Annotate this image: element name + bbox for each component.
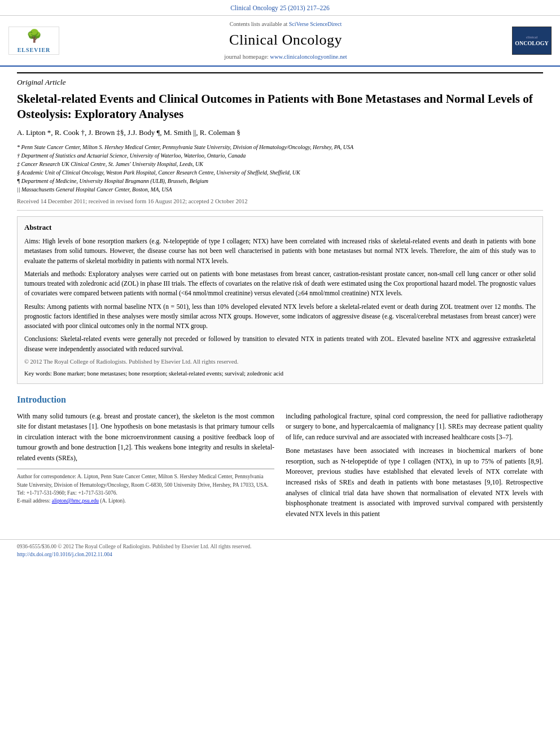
journal-ref-text: Clinical Oncology 25 (2013) 217–226	[230, 5, 330, 11]
intro-right-para-1: including pathological fracture, spinal …	[286, 411, 543, 443]
authors-text: A. Lipton *, R. Cook †, J. Brown ‡§, J.J…	[17, 128, 240, 137]
elsevier-tree-icon: 🌳	[27, 27, 42, 45]
affiliation-3: ‡ Cancer Research UK Clinical Centre, St…	[17, 160, 543, 168]
co-logo-top: clinical	[526, 34, 538, 40]
journal-title: Clinical Oncology	[68, 29, 504, 51]
intro-left-col: With many solid tumours (e.g. breast and…	[17, 411, 274, 523]
homepage-url[interactable]: www.clinicaloncologyonline.net	[270, 54, 347, 60]
elsevier-logo-block: 🌳 ELSEVIER	[6, 27, 62, 55]
article-type-label: Original Article	[17, 72, 543, 88]
affiliation-6: || Massachusetts General Hospital Cancer…	[17, 185, 543, 194]
footer-doi-link[interactable]: http://dx.doi.org/10.1016/j.clon.2012.11…	[17, 552, 112, 557]
introduction-section: Introduction With many solid tumours (e.…	[17, 393, 543, 522]
abstract-methods: Materials and methods: Exploratory analy…	[24, 269, 536, 299]
affiliation-2: † Department of Statistics and Actuarial…	[17, 151, 543, 160]
co-logo-main: ONCOLOGY	[515, 40, 548, 47]
abstract-copyright: © 2012 The Royal College of Radiologists…	[24, 357, 536, 366]
authors-line: A. Lipton *, R. Cook †, J. Brown ‡§, J.J…	[17, 128, 543, 138]
journal-homepage-line: journal homepage: www.clinicaloncologyon…	[68, 53, 504, 61]
sciverse-line: Contents lists available at SciVerse Sci…	[68, 20, 504, 29]
intro-left-para-1: With many solid tumours (e.g. breast and…	[17, 411, 274, 464]
abstract-aims: Aims: High levels of bone resorption mar…	[24, 237, 536, 266]
elsevier-logo: 🌳 ELSEVIER	[8, 27, 59, 55]
article-title: Skeletal-related Events and Clinical Out…	[17, 91, 543, 123]
intro-right-text: including pathological fracture, spinal …	[286, 411, 543, 519]
main-content: Original Article Skeletal-related Events…	[0, 67, 560, 534]
affiliations-block: * Penn State Cancer Center, Milton S. He…	[17, 143, 543, 194]
elsevier-brand-text: ELSEVIER	[18, 46, 51, 55]
co-logo: clinical ONCOLOGY	[512, 27, 552, 55]
affiliation-4: § Academic Unit of Clinical Oncology, We…	[17, 168, 543, 177]
intro-left-text: With many solid tumours (e.g. breast and…	[17, 411, 274, 464]
abstract-section: Abstract Aims: High levels of bone resor…	[17, 216, 543, 384]
abstract-body: Aims: High levels of bone resorption mar…	[24, 237, 536, 354]
author-email-link[interactable]: alipton@hmc.psu.edu	[52, 498, 99, 504]
journal-header: 🌳 ELSEVIER Contents lists available at S…	[0, 16, 560, 67]
footnote-block: Author for correspondence: A. Lipton, Pe…	[17, 469, 274, 505]
footnote-email: E-mail address: alipton@hmc.psu.edu (A. …	[17, 497, 274, 505]
journal-center-block: Contents lists available at SciVerse Sci…	[68, 20, 504, 61]
footnote-email-suffix: (A. Lipton).	[100, 498, 126, 504]
sciverse-link[interactable]: SciVerse ScienceDirect	[289, 21, 342, 27]
footer-issn: 0936-6555/$36.00 © 2012 The Royal Colleg…	[17, 544, 252, 549]
keywords-line: Key words: Bone marker; bone metastases;…	[24, 369, 536, 378]
affiliation-5: ¶ Department of Medicine, University Hos…	[17, 177, 543, 185]
abstract-title: Abstract	[24, 222, 536, 233]
page-footer: 0936-6555/$36.00 © 2012 The Royal Colleg…	[0, 539, 560, 562]
affiliation-1: * Penn State Cancer Center, Milton S. He…	[17, 143, 543, 151]
introduction-title: Introduction	[17, 393, 543, 406]
intro-right-col: including pathological fracture, spinal …	[286, 411, 543, 523]
journal-reference-bar: Clinical Oncology 25 (2013) 217–226	[0, 0, 560, 16]
intro-right-para-2: Bone metastases have been associated wit…	[286, 445, 543, 519]
abstract-results: Results: Among patients with normal base…	[24, 302, 536, 331]
abstract-conclusions: Conclusions: Skeletal-related events wer…	[24, 334, 536, 354]
introduction-columns: With many solid tumours (e.g. breast and…	[17, 411, 543, 523]
co-logo-block: clinical ONCOLOGY	[509, 27, 554, 55]
footnote-line-1: Author for correspondence: A. Lipton, Pe…	[17, 473, 274, 497]
received-dates: Received 14 December 2011; received in r…	[17, 197, 543, 211]
